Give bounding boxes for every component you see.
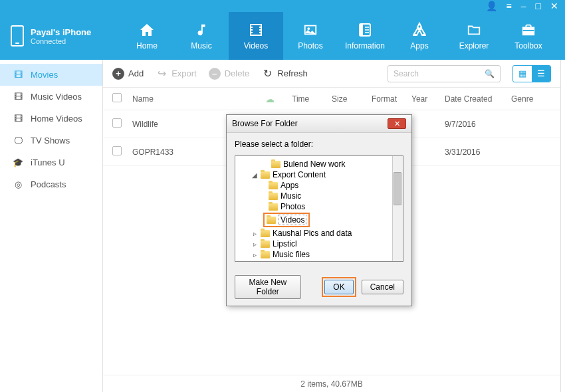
home-icon (137, 21, 157, 39)
grid-view-button[interactable]: ▦ (513, 66, 532, 82)
device-box[interactable]: Payal's iPhone Connected (0, 12, 120, 60)
tree-item[interactable]: Music (235, 191, 403, 201)
sidebar-item-podcasts[interactable]: ◎ Podcasts (0, 173, 102, 195)
col-date[interactable]: Date Created (445, 94, 511, 104)
tree-item-selected[interactable]: Videos (235, 212, 403, 228)
sidebar-item-label: iTunes U (31, 157, 65, 167)
svg-rect-5 (523, 30, 534, 31)
nav-music[interactable]: Music (174, 12, 229, 60)
export-label: Export (171, 68, 197, 78)
sidebar-item-home-videos[interactable]: 🎞 Home Videos (0, 108, 102, 130)
nav-information-label: Information (345, 41, 385, 50)
header: Payal's iPhone Connected Home Music Vide… (0, 12, 565, 60)
col-size[interactable]: Size (332, 94, 372, 104)
col-cloud-icon[interactable]: ☁ (265, 94, 292, 104)
nav-apps-label: Apps (410, 41, 428, 50)
expand-icon[interactable]: ▹ (251, 230, 258, 237)
ok-button[interactable]: OK (324, 280, 353, 294)
podcasts-icon: ◎ (12, 180, 24, 189)
phone-icon (11, 25, 24, 47)
folder-icon (261, 241, 270, 248)
folder-tree[interactable]: Bulend New work ◢Export Content Apps Mus… (235, 155, 403, 262)
toolbox-icon (518, 21, 538, 39)
music-icon (191, 21, 211, 39)
apps-icon (409, 21, 429, 39)
expand-icon[interactable]: ▹ (251, 241, 258, 248)
music-videos-icon: 🎞 (12, 92, 24, 102)
nav-photos[interactable]: Photos (283, 12, 338, 60)
refresh-button[interactable]: ↻ Refresh (261, 68, 308, 80)
dialog-close-button[interactable]: ✕ (388, 118, 406, 129)
folder-icon (269, 193, 278, 200)
sidebar-item-tv-shows[interactable]: 🖵 TV Shows (0, 130, 102, 151)
tree-label: Videos (279, 215, 306, 225)
nav-toolbox-label: Toolbox (514, 41, 542, 50)
nav-explorer[interactable]: Explorer (447, 12, 501, 60)
nav-home[interactable]: Home (120, 12, 174, 60)
tree-label: Bulend New work (283, 159, 345, 169)
nav-videos[interactable]: Videos (229, 12, 283, 60)
tree-item[interactable]: Bulend New work (235, 159, 403, 169)
tree-label: Lipsticl (273, 239, 297, 248)
sidebar: 🎞 Movies 🎞 Music Videos 🎞 Home Videos 🖵 … (0, 60, 103, 392)
expand-icon[interactable]: ◢ (251, 171, 258, 179)
itunes-u-icon: 🎓 (12, 158, 24, 167)
search-icon: 🔍 (485, 69, 495, 78)
sidebar-item-label: TV Shows (31, 136, 70, 146)
plus-icon: + (112, 68, 124, 80)
tree-item[interactable]: ▹Kaushal Pics and data (235, 228, 403, 239)
tree-scrollbar[interactable] (392, 156, 403, 261)
col-genre[interactable]: Genre (511, 94, 551, 104)
tree-item[interactable]: ◢Export Content (235, 169, 403, 180)
column-headers: Name ☁ Time Size Format Year Date Create… (103, 88, 560, 110)
sidebar-item-label: Podcasts (31, 179, 66, 189)
sidebar-item-movies[interactable]: 🎞 Movies (0, 64, 102, 86)
col-format[interactable]: Format (372, 94, 411, 104)
photos-icon (300, 21, 320, 39)
col-name[interactable]: Name (132, 94, 265, 104)
tree-item[interactable]: ▹Music files (235, 249, 403, 260)
sidebar-item-itunes-u[interactable]: 🎓 iTunes U (0, 151, 102, 173)
tree-item[interactable]: Apps (235, 180, 403, 191)
tree-item[interactable]: ▹Lipsticl (235, 239, 403, 249)
nav-apps[interactable]: Apps (392, 12, 447, 60)
sidebar-item-music-videos[interactable]: 🎞 Music Videos (0, 86, 102, 108)
export-button[interactable]: ↪ Export (156, 68, 197, 80)
search-input[interactable]: Search 🔍 (388, 65, 501, 82)
col-year[interactable]: Year (411, 94, 445, 104)
nav-toolbox[interactable]: Toolbox (501, 12, 556, 60)
row-checkbox[interactable] (112, 146, 122, 155)
maximize-button[interactable]: □ (536, 1, 541, 11)
dialog-prompt: Please select a folder: (235, 140, 403, 149)
expand-icon[interactable]: ▹ (251, 251, 258, 258)
user-icon[interactable]: 👤 (486, 1, 497, 11)
information-icon (355, 21, 375, 39)
list-view-button[interactable]: ☰ (532, 66, 550, 82)
tree-label: Export Content (273, 170, 326, 179)
cancel-button[interactable]: Cancel (362, 280, 403, 294)
tree-item[interactable]: Photos (235, 201, 403, 212)
tv-icon: 🖵 (12, 136, 24, 146)
movies-icon: 🎞 (12, 70, 24, 80)
add-button[interactable]: + Add (112, 68, 144, 80)
folder-icon (269, 182, 278, 189)
scrollbar-thumb[interactable] (394, 172, 401, 205)
nav-information[interactable]: Information (338, 12, 392, 60)
menu-icon[interactable]: ≡ (507, 1, 512, 11)
minimize-button[interactable]: – (521, 1, 526, 11)
nav: Home Music Videos Photos Information App… (120, 12, 565, 60)
tree-label: Apps (281, 181, 298, 190)
dialog-titlebar[interactable]: Browse For Folder ✕ (227, 115, 411, 133)
minus-icon: – (209, 68, 221, 80)
close-button[interactable]: ✕ (550, 1, 558, 11)
browse-folder-dialog: Browse For Folder ✕ Please select a fold… (226, 114, 412, 306)
col-time[interactable]: Time (292, 94, 332, 104)
tree-label: Photos (281, 202, 305, 211)
svg-rect-4 (523, 27, 534, 35)
select-all-checkbox[interactable] (112, 93, 122, 102)
export-icon: ↪ (156, 68, 168, 80)
row-checkbox[interactable] (112, 118, 122, 128)
make-new-folder-button[interactable]: Make New Folder (235, 275, 301, 299)
delete-button[interactable]: – Delete (209, 68, 250, 80)
window-controls: 👤 ≡ – □ ✕ (0, 0, 565, 12)
